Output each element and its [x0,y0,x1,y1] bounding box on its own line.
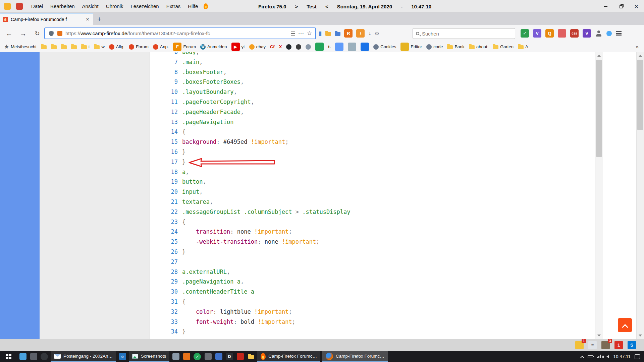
bookmark-item[interactable] [71,44,77,49]
bookmark-item[interactable] [61,44,67,49]
bookmarks-overflow-button[interactable]: » [634,42,641,52]
bookmark-item[interactable] [286,44,291,50]
extension-green-icon[interactable]: ✓ [521,29,529,38]
bookmark-item[interactable]: FForum [173,43,196,51]
action-center-icon[interactable] [635,354,640,359]
extension-r-icon[interactable]: R [344,29,353,38]
bookmark-item[interactable]: ebay [249,44,266,50]
taskbar-icon[interactable] [39,351,50,362]
tray-chevron-icon[interactable] [581,356,584,359]
minimize-button[interactable] [598,0,613,13]
menu-extras[interactable]: Extras [163,0,184,13]
menu-icon[interactable] [616,31,622,36]
bookmark-item[interactable]: code [426,44,443,50]
folder-open-icon[interactable] [325,32,331,36]
restore-button[interactable] [613,0,629,13]
bookmark-item[interactable]: WAnmelden [200,44,227,50]
bookmark-item[interactable] [41,44,47,49]
page-scrollbar-thumb[interactable] [637,60,643,130]
codebox-scrollbar-thumb[interactable] [596,60,602,157]
tray-alert-icon[interactable]: 1 [614,341,623,349]
close-button[interactable]: × [629,0,644,13]
reload-button[interactable]: ↻ [32,28,43,39]
bookmark-item[interactable]: Cookies [373,44,396,50]
taskbar-clock[interactable]: 10:47:11 [613,354,631,359]
url-bar[interactable]: https://www.camp-firefox.de/forum/thema/… [44,27,316,39]
shield-icon[interactable] [48,31,54,37]
bookmark-item[interactable]: Cf [270,44,275,49]
bookmark-item[interactable] [348,43,356,51]
bookmark-item[interactable]: t. [328,44,331,49]
bookmark-item[interactable]: about: [469,44,488,49]
link-icon[interactable]: ∞ [375,31,379,36]
reader-mode-icon[interactable] [291,32,295,32]
globe-extension-icon[interactable] [606,31,612,36]
menu-ansicht[interactable]: Ansicht [78,0,102,13]
sidebar-icon[interactable]: ▮ [319,31,322,36]
taskbar-button[interactable]: Camp-Firefox Forumc… [257,351,320,362]
taskbar-icon[interactable] [235,351,246,362]
bookmark-item[interactable] [361,43,369,51]
taskbar-icon[interactable] [181,351,192,362]
taskbar-icon[interactable]: ✓ [192,351,203,362]
taskbar-icon[interactable] [203,351,213,362]
tray-skype-icon[interactable]: S [628,341,636,349]
bookmark-item[interactable]: ★Meistbesucht [4,44,37,50]
extension-v2-icon[interactable]: V [583,29,591,38]
bookmark-item[interactable]: Forum [129,44,149,50]
back-button[interactable]: ← [3,28,15,39]
bookmark-item[interactable] [296,44,301,50]
bookmark-item[interactable]: X [279,44,282,49]
taskbar-icon[interactable] [17,351,28,362]
account-icon[interactable] [595,30,602,37]
bookmark-item[interactable]: Bank [447,44,465,49]
page-scrollbar[interactable] [636,52,644,339]
tab-camp-firefox[interactable]: Camp-Firefox Forumcode f × [0,13,93,25]
taskbar-button[interactable]: Screenshots [129,351,169,362]
titlebar-red-icon[interactable] [16,3,23,10]
tab-close-icon[interactable]: × [85,16,91,22]
page-actions-icon[interactable]: ⋯ [298,31,304,36]
tray-keyboard-icon[interactable]: ≡ [588,341,597,349]
folder-blue-icon[interactable] [335,32,340,36]
tray-app-icon[interactable]: 3 [601,341,610,349]
downloads-icon[interactable]: ↓ [368,31,371,36]
bookmark-star-icon[interactable]: ☆ [307,31,312,36]
taskbar-icon[interactable] [213,351,224,362]
scroll-up-icon[interactable] [595,52,603,59]
taskbar-button[interactable]: Camp-Firefox Forumc… [322,351,388,362]
taskbar-icon[interactable]: D [224,351,235,362]
css-extension-icon[interactable]: css [570,29,579,38]
menu-lesezeichen[interactable]: Lesezeichen [127,0,162,13]
battery-icon[interactable] [588,355,593,358]
bookmark-item[interactable]: Editor [400,43,422,51]
taskbar-button[interactable]: Posteingang - 2002An… [51,351,116,362]
forward-button[interactable]: → [17,28,29,39]
menu-bearbeiten[interactable]: Bearbeiten [47,0,78,13]
tray-mail-icon[interactable]: 1 [575,341,584,349]
titlebar-orange-icon[interactable] [4,3,11,10]
taskbar-icon[interactable] [170,351,181,362]
extension-v-icon[interactable]: V [533,29,541,38]
bookmark-item[interactable]: t [81,44,90,49]
network-icon[interactable] [597,355,601,358]
taskbar-icon[interactable] [246,351,256,362]
bookmark-item[interactable] [51,44,57,49]
search-bar[interactable] [413,28,515,39]
extension-q-icon[interactable]: Q [545,29,554,38]
taskbar-icon[interactable] [28,351,39,362]
speaker-icon[interactable] [606,355,609,358]
scroll-to-top-button[interactable] [618,318,632,332]
bookmark-item[interactable]: Anp. [153,44,169,50]
scroll-up-icon[interactable] [637,52,644,59]
permission-icon[interactable] [57,31,62,36]
bookmark-item[interactable]: w [94,44,104,49]
bookmark-item[interactable]: Allg. [109,44,124,50]
menu-hilfe[interactable]: Hilfe [184,0,202,13]
scroll-down-icon[interactable] [637,332,644,339]
bookmark-item[interactable] [306,44,311,50]
bookmark-item[interactable]: A [518,44,528,49]
bookmark-item[interactable] [335,43,343,51]
search-input[interactable] [422,31,512,37]
menu-datei[interactable]: Datei [28,0,47,13]
